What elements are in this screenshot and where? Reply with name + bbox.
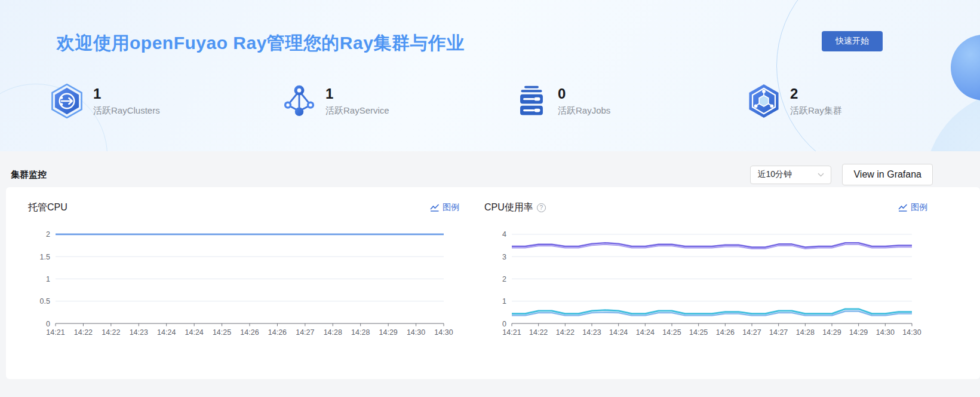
svg-text:14:27: 14:27: [742, 328, 761, 337]
legend-toggle-link[interactable]: 图例: [898, 202, 927, 213]
line-chart-icon: [898, 204, 908, 212]
managed-cpu-chart[interactable]: 00.511.5214:2114:2214:2214:2314:2414:241…: [28, 217, 459, 343]
svg-text:14:24: 14:24: [609, 328, 628, 337]
svg-text:14:30: 14:30: [876, 328, 895, 337]
svg-text:14:22: 14:22: [556, 328, 575, 337]
svg-text:14:26: 14:26: [268, 328, 287, 337]
svg-text:14:28: 14:28: [351, 328, 370, 337]
time-range-value: 近10分钟: [757, 169, 792, 180]
svg-text:14:22: 14:22: [529, 328, 548, 337]
managed-cpu-chart-card: 托管CPU 图例 00.511.5214:2114:2214:2214:2314…: [28, 200, 459, 345]
svg-text:2: 2: [502, 275, 506, 283]
section-title: 集群监控: [11, 169, 47, 181]
svg-text:14:25: 14:25: [213, 328, 231, 337]
svg-text:14:29: 14:29: [822, 328, 841, 337]
stat-value: 2: [790, 85, 842, 102]
svg-text:3: 3: [502, 253, 506, 261]
svg-text:2: 2: [46, 230, 50, 239]
ray-cluster-molecule-icon: [748, 84, 780, 118]
stat-label: 活跃RayJobs: [558, 105, 610, 117]
legend-toggle-link[interactable]: 图例: [430, 202, 459, 213]
ray-clusters-hexagon-icon: [51, 84, 83, 118]
stat-label: 活跃Ray集群: [790, 105, 842, 117]
stat-value: 0: [558, 85, 610, 102]
legend-label: 图例: [911, 202, 927, 213]
svg-text:14:29: 14:29: [379, 328, 398, 337]
chart-title: CPU使用率: [484, 201, 533, 214]
quick-start-button[interactable]: 快速开始: [822, 31, 883, 51]
cpu-usage-chart[interactable]: 0123414:2114:2214:2214:2314:2414:2414:25…: [484, 217, 927, 343]
cpu-usage-chart-card: CPU使用率 ? 图例 0123414:2114:2214:2214:2314:…: [484, 200, 927, 345]
chevron-down-icon: [818, 173, 824, 177]
svg-text:14:24: 14:24: [185, 328, 204, 337]
stat-ray-jobs: 0 活跃RayJobs: [515, 84, 748, 118]
legend-label: 图例: [443, 202, 459, 213]
svg-text:14:29: 14:29: [849, 328, 868, 337]
svg-text:14:26: 14:26: [240, 328, 259, 337]
time-range-select[interactable]: 近10分钟: [750, 166, 831, 184]
svg-text:14:28: 14:28: [796, 328, 815, 337]
stats-row: 1 活跃RayClusters: [51, 84, 980, 118]
stat-ray-service: 1 活跃RayService: [283, 84, 515, 118]
svg-text:14:21: 14:21: [502, 328, 521, 337]
svg-text:14:22: 14:22: [74, 328, 93, 337]
svg-text:1: 1: [46, 275, 50, 283]
ray-service-network-icon: [283, 84, 315, 118]
hero-banner: 欢迎使用openFuyao Ray管理您的Ray集群与作业 快速开始 1 活: [0, 0, 980, 151]
svg-text:14:24: 14:24: [636, 328, 655, 337]
svg-text:14:28: 14:28: [324, 328, 342, 337]
svg-text:0.5: 0.5: [40, 297, 50, 306]
svg-text:0: 0: [46, 320, 50, 328]
page-title: 欢迎使用openFuyao Ray管理您的Ray集群与作业: [57, 31, 465, 56]
stat-value: 1: [325, 85, 389, 102]
ray-jobs-stack-icon: [515, 84, 548, 118]
svg-text:14:26: 14:26: [716, 328, 735, 337]
line-chart-icon: [430, 204, 440, 212]
svg-text:14:25: 14:25: [689, 328, 708, 337]
svg-text:1: 1: [502, 297, 506, 306]
cluster-monitor-panel: 托管CPU 图例 00.511.5214:2114:2214:2214:2314…: [6, 187, 980, 379]
svg-text:14:21: 14:21: [46, 328, 64, 337]
svg-text:14:24: 14:24: [157, 328, 176, 337]
svg-text:14:22: 14:22: [102, 328, 120, 337]
svg-text:14:25: 14:25: [662, 328, 681, 337]
svg-text:14:27: 14:27: [769, 328, 788, 337]
svg-text:14:30: 14:30: [434, 328, 453, 337]
svg-text:4: 4: [502, 230, 506, 239]
view-in-grafana-button[interactable]: View in Grafana: [842, 164, 933, 185]
stat-ray-cluster: 2 活跃Ray集群: [748, 84, 980, 118]
help-icon[interactable]: ?: [537, 203, 546, 212]
svg-text:14:27: 14:27: [296, 328, 314, 337]
svg-text:14:30: 14:30: [407, 328, 425, 337]
stat-label: 活跃RayClusters: [93, 105, 160, 117]
svg-text:14:30: 14:30: [902, 328, 921, 337]
svg-text:14:23: 14:23: [582, 328, 601, 337]
svg-text:14:23: 14:23: [130, 328, 148, 337]
chart-title: 托管CPU: [28, 201, 67, 214]
stat-value: 1: [93, 85, 160, 102]
cluster-monitor-header: 集群监控 近10分钟 View in Grafana: [0, 151, 980, 187]
svg-text:1.5: 1.5: [40, 253, 50, 261]
stat-ray-clusters: 1 活跃RayClusters: [51, 84, 283, 118]
stat-label: 活跃RayService: [325, 105, 389, 117]
svg-text:0: 0: [502, 320, 506, 328]
